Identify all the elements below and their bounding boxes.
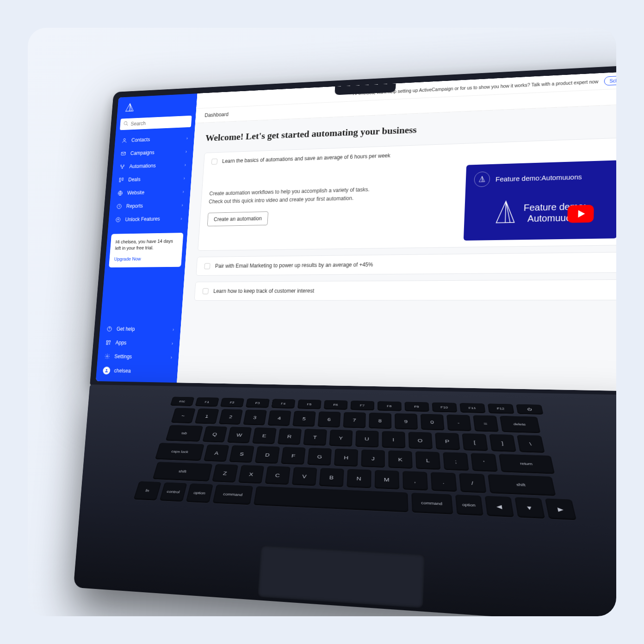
create-automation-button[interactable]: Create an automation <box>207 211 269 226</box>
chevron-right-icon: › <box>172 341 173 346</box>
chevron-right-icon: › <box>184 162 186 167</box>
play-icon[interactable] <box>567 205 594 223</box>
upgrade-now-link[interactable]: Upgrade Now <box>114 255 177 263</box>
svg-rect-2 <box>121 152 125 155</box>
sidebar-item-label: Unlock Features <box>125 216 177 223</box>
svg-rect-12 <box>106 341 108 342</box>
video-thumbnail[interactable]: Feature demo:Automuuons Feature demo: <box>464 160 616 241</box>
sidebar-bottom: Get help › Apps › Settings › <box>96 322 181 383</box>
task-card-email[interactable]: Pair with Email Marketing to power up re… <box>196 252 616 276</box>
sidebar-item-label: Contacts <box>131 135 183 143</box>
avatar <box>103 366 111 374</box>
chevron-right-icon: › <box>182 189 184 194</box>
arrow-up-circle-icon <box>115 217 122 223</box>
sidebar-item-label: Reports <box>126 202 178 209</box>
sidebar-item-help[interactable]: Get help › <box>99 322 181 336</box>
svg-point-1 <box>124 139 125 141</box>
search-field[interactable] <box>130 118 188 127</box>
main-area: Hi chelsea, want help setting up ActiveC… <box>177 71 616 391</box>
svg-rect-6 <box>119 178 121 182</box>
checkbox-icon[interactable] <box>204 263 210 269</box>
flow-icon <box>119 163 126 170</box>
svg-rect-7 <box>122 178 124 180</box>
schedule-button[interactable]: Schedule <box>604 75 616 86</box>
sidebar-item-unlock[interactable]: Unlock Features › <box>108 211 189 227</box>
envelope-icon <box>120 150 127 157</box>
main-nav: Contacts › Campaigns › Automations › <box>108 131 195 226</box>
svg-point-16 <box>106 369 107 371</box>
chevron-right-icon: › <box>180 216 182 221</box>
task-title: Learn how to keep track of customer inte… <box>213 288 315 294</box>
task-description: Create automation workflows to help you … <box>207 183 455 227</box>
device-mockup-frame: Contacts › Campaigns › Automations › <box>28 28 616 616</box>
chevron-right-icon: › <box>173 327 174 332</box>
checkbox-icon[interactable] <box>211 159 217 165</box>
app-screen: Contacts › Campaigns › Automations › <box>96 71 616 391</box>
trackpad <box>258 545 425 608</box>
video-header-text: Feature demo:Automuuons <box>495 173 582 183</box>
sidebar-item-label: Campaigns <box>130 149 181 156</box>
task-header[interactable]: Learn the basics of automations and save… <box>211 145 616 165</box>
keyboard: escF1F2F3F4F5F6F7F8F9F10F11F12⏻ ~1234567… <box>73 396 616 524</box>
svg-point-5 <box>122 167 123 168</box>
svg-point-4 <box>124 165 124 166</box>
svg-point-3 <box>121 165 122 166</box>
chevron-right-icon: › <box>186 136 188 140</box>
svg-point-15 <box>106 356 108 357</box>
gear-icon <box>104 353 111 360</box>
sidebar-item-settings[interactable]: Settings › <box>97 349 179 364</box>
grid-icon <box>105 339 112 346</box>
sidebar-item-label: Settings <box>114 353 167 360</box>
chevron-right-icon: › <box>181 203 183 207</box>
content: Welcome! Let's get started automating yo… <box>177 104 616 391</box>
sidebar-item-label: Get help <box>117 326 169 333</box>
task-title: Learn the basics of automations and save… <box>222 153 390 164</box>
brand-logo <box>117 93 198 119</box>
svg-rect-14 <box>106 343 108 345</box>
trial-card: Hi chelsea, you have 14 days left in you… <box>109 233 183 267</box>
globe-icon <box>117 190 124 197</box>
sidebar-user[interactable]: chelsea <box>96 363 178 379</box>
triangle-logo-icon <box>494 199 517 227</box>
chevron-right-icon: › <box>186 149 187 154</box>
sidebar-item-label: Website <box>127 189 179 196</box>
username: chelsea <box>114 368 171 375</box>
sidebar-item-reports[interactable]: Reports › <box>109 198 190 213</box>
chevron-right-icon: › <box>183 176 185 180</box>
screen-bezel: Contacts › Campaigns › Automations › <box>90 64 616 396</box>
laptop: Contacts › Campaigns › Automations › <box>74 64 616 616</box>
svg-rect-13 <box>109 341 110 342</box>
task-card-automations: Learn the basics of automations and save… <box>198 137 616 251</box>
person-icon <box>121 137 128 144</box>
checkbox-icon[interactable] <box>203 288 209 294</box>
question-icon <box>106 326 113 333</box>
sidebar-item-label: Automations <box>129 162 180 169</box>
sidebar-item-label: Deals <box>128 175 180 183</box>
search-icon <box>123 121 129 128</box>
task-card-interest[interactable]: Learn how to keep track of customer inte… <box>194 279 616 301</box>
triangle-logo-icon <box>124 108 135 114</box>
chevron-right-icon: › <box>170 355 172 359</box>
clock-icon <box>116 203 123 210</box>
kanban-icon <box>118 177 125 184</box>
sidebar-item-website[interactable]: Website › <box>110 185 191 200</box>
trial-message: Hi chelsea, you have 14 days left in you… <box>115 238 178 252</box>
sidebar-item-label: Apps <box>115 340 167 346</box>
task-title: Pair with Email Marketing to power up re… <box>215 261 373 269</box>
sidebar-item-apps[interactable]: Apps › <box>98 336 180 350</box>
laptop-keyboard-deck: escF1F2F3F4F5F6F7F8F9F10F11F12⏻ ~1234567… <box>74 384 616 616</box>
triangle-logo-icon <box>474 172 490 187</box>
